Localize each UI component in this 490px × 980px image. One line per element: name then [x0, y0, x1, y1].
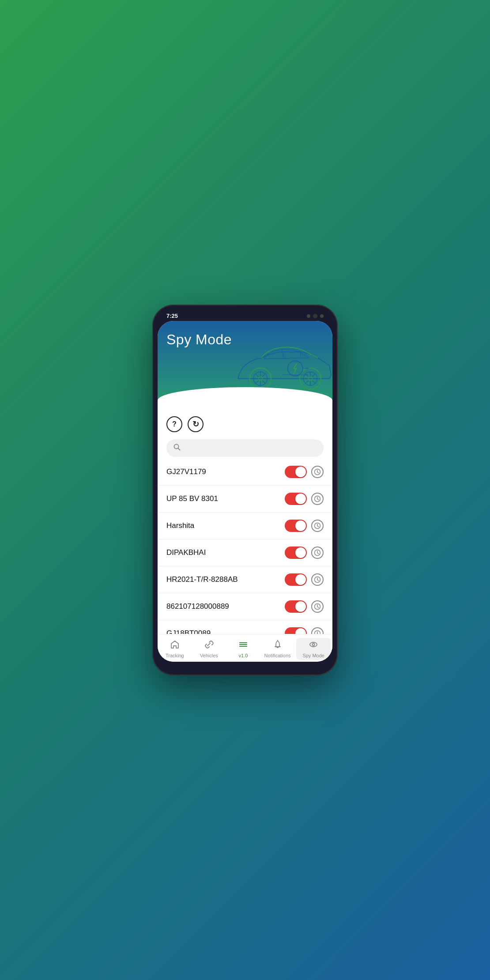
history-clock-icon[interactable]	[311, 466, 324, 478]
nav-spy-mode[interactable]: Spy Mode	[296, 638, 331, 660]
search-icon	[173, 444, 181, 452]
history-clock-icon[interactable]	[311, 627, 324, 634]
vehicle-item: GJ18BT0089	[158, 620, 332, 634]
vehicle-controls	[285, 547, 324, 559]
sensor-dot-2	[320, 314, 324, 318]
svg-line-38	[317, 526, 319, 527]
help-icon: ?	[172, 420, 177, 428]
svg-line-35	[317, 499, 319, 500]
vehicle-list: GJ27V1179 UP 85 BV 8301 Harshita DIPAKBH…	[158, 459, 332, 634]
eye-icon	[309, 640, 318, 652]
nav-menu[interactable]: v1.0	[226, 638, 260, 660]
vehicle-controls	[285, 573, 324, 586]
svg-line-44	[317, 580, 319, 581]
svg-line-10	[262, 381, 265, 384]
vehicle-item: Harshita	[158, 513, 332, 539]
svg-line-32	[317, 472, 319, 473]
spy-toggle[interactable]	[285, 573, 307, 586]
bottom-nav: Tracking Vehicles	[158, 634, 332, 662]
vehicle-controls	[285, 520, 324, 532]
vehicle-item: 862107128000889	[158, 593, 332, 620]
nav-vehicles[interactable]: Vehicles	[192, 638, 226, 660]
nav-notifications[interactable]: Notifications	[260, 638, 295, 660]
vehicle-item: HR2021-T/R-8288AB	[158, 566, 332, 593]
spy-toggle[interactable]	[285, 520, 307, 532]
svg-line-23	[305, 381, 309, 384]
svg-point-60	[313, 644, 315, 646]
vehicle-controls	[285, 493, 324, 505]
svg-line-21	[312, 381, 315, 384]
spy-toggle[interactable]	[285, 547, 307, 559]
vehicle-name: GJ27V1179	[166, 467, 206, 476]
svg-line-50	[317, 634, 319, 634]
search-input[interactable]	[185, 445, 317, 452]
sensor-area	[307, 314, 324, 318]
nav-vehicles-label: Vehicles	[200, 653, 218, 658]
phone-frame: 7:25 Spy Mode	[152, 305, 338, 675]
vehicle-name: UP 85 BV 8301	[166, 494, 218, 503]
home-icon	[170, 640, 180, 652]
search-container	[158, 436, 332, 459]
nav-tracking-label: Tracking	[166, 653, 184, 658]
svg-point-59	[310, 642, 317, 647]
svg-line-12	[256, 381, 259, 384]
phone-screen: Spy Mode	[158, 321, 332, 662]
history-clock-icon[interactable]	[311, 520, 324, 532]
menu-icon	[238, 640, 248, 652]
nav-tracking[interactable]: Tracking	[158, 638, 192, 660]
sensor-dot-1	[307, 314, 310, 318]
nav-notifications-label: Notifications	[264, 653, 291, 658]
link-icon	[204, 640, 214, 652]
history-clock-icon[interactable]	[311, 493, 324, 505]
svg-line-41	[317, 553, 319, 554]
vehicle-name: Harshita	[166, 521, 194, 530]
refresh-icon: ↻	[192, 419, 199, 429]
status-time: 7:25	[166, 313, 178, 319]
svg-line-20	[305, 374, 309, 377]
spy-toggle[interactable]	[285, 466, 307, 478]
vehicle-name: HR2021-T/R-8288AB	[166, 575, 238, 584]
svg-line-29	[178, 449, 180, 450]
sensor-camera	[313, 314, 317, 318]
nav-menu-label: v1.0	[239, 653, 248, 658]
vehicle-name: 862107128000889	[166, 602, 229, 611]
svg-line-0	[282, 350, 284, 359]
spy-toggle[interactable]	[285, 600, 307, 613]
history-clock-icon[interactable]	[311, 600, 324, 613]
history-clock-icon[interactable]	[311, 547, 324, 559]
vehicle-controls	[285, 600, 324, 613]
vehicle-name: DIPAKBHAI	[166, 548, 206, 557]
search-bar[interactable]	[166, 439, 324, 457]
help-button[interactable]: ?	[166, 416, 182, 432]
vehicle-item: DIPAKBHAI	[158, 539, 332, 566]
bell-icon	[273, 640, 283, 652]
spy-toggle[interactable]	[285, 627, 307, 634]
spy-toggle[interactable]	[285, 493, 307, 505]
svg-line-1	[300, 353, 301, 359]
status-bar: 7:25	[158, 310, 332, 321]
nav-spy-label: Spy Mode	[302, 653, 324, 658]
vehicle-name: GJ18BT0089	[166, 629, 211, 634]
icons-row: ? ↻	[158, 409, 332, 436]
vehicle-controls	[285, 627, 324, 634]
svg-line-11	[262, 374, 265, 377]
refresh-button[interactable]: ↻	[188, 416, 204, 432]
svg-line-47	[317, 607, 319, 608]
vehicle-item: GJ27V1179	[158, 459, 332, 486]
svg-line-22	[312, 374, 315, 377]
history-clock-icon[interactable]	[311, 573, 324, 586]
app-header: Spy Mode	[158, 321, 332, 409]
vehicle-item: UP 85 BV 8301	[158, 486, 332, 513]
vehicle-controls	[285, 466, 324, 478]
svg-line-9	[256, 374, 259, 377]
